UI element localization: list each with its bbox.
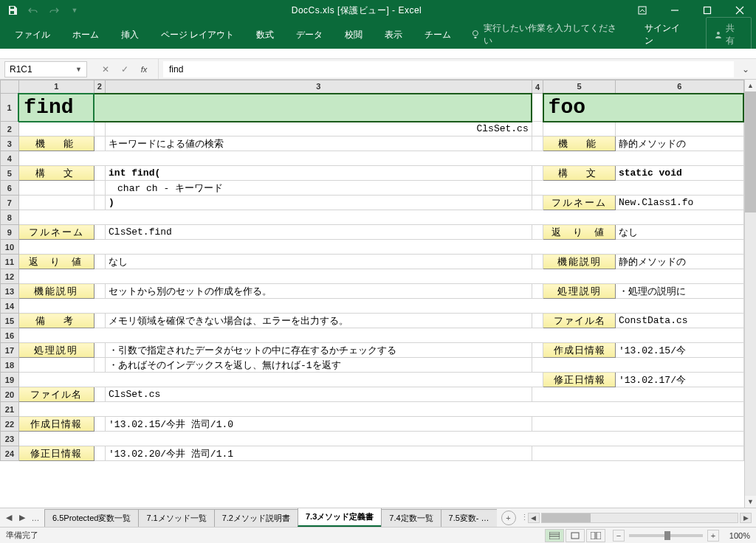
scroll-down-button[interactable]: ▼ <box>745 496 756 508</box>
label-koubun[interactable]: 構 文 <box>18 166 94 181</box>
cell[interactable] <box>532 136 543 151</box>
tab-view[interactable]: 表示 <box>374 23 413 47</box>
cell[interactable] <box>94 225 105 240</box>
col-header[interactable]: 6 <box>615 80 743 94</box>
tab-page-layout[interactable]: ページ レイアウト <box>151 23 244 47</box>
share-button[interactable]: 共有 <box>706 17 752 52</box>
row-header[interactable]: 6 <box>1 181 19 196</box>
redo-icon[interactable] <box>46 2 62 18</box>
row-header[interactable]: 5 <box>1 166 19 181</box>
zoom-in-button[interactable]: + <box>707 530 719 542</box>
row-header[interactable]: 24 <box>1 446 19 461</box>
scroll-left-button[interactable]: ◀ <box>528 513 540 523</box>
col-header[interactable]: 1 <box>18 80 94 94</box>
tab-insert[interactable]: 挿入 <box>111 23 149 47</box>
tab-data[interactable]: データ <box>286 23 333 47</box>
sheet-nav-last-icon[interactable]: ▶ <box>16 511 28 525</box>
row-header[interactable]: 8 <box>1 210 19 225</box>
row-header[interactable]: 18 <box>1 358 19 373</box>
cell[interactable]: ConstData.cs <box>615 314 743 328</box>
row-header[interactable]: 7 <box>1 196 19 210</box>
cell[interactable]: ・処理の説明に <box>615 284 743 299</box>
enter-formula-icon[interactable]: ✓ <box>117 61 133 77</box>
tab-review[interactable]: 校閲 <box>334 23 373 47</box>
cell[interactable]: メモリ領域を確保できない場合は、エラーを出力する。 <box>106 314 532 328</box>
col-header[interactable]: 3 <box>106 80 532 94</box>
cell[interactable]: ・あればそのインデックスを返し、無ければ-1を返す <box>106 358 532 373</box>
cell[interactable] <box>18 328 743 343</box>
row-header[interactable]: 17 <box>1 343 19 358</box>
label-filename-r[interactable]: ファイル名 <box>543 314 616 328</box>
cell[interactable] <box>18 373 543 387</box>
fx-icon[interactable]: fx <box>136 61 152 77</box>
cell[interactable] <box>532 166 543 181</box>
row-header[interactable]: 20 <box>1 387 19 402</box>
cell[interactable] <box>18 269 743 284</box>
formula-input[interactable] <box>163 61 734 77</box>
cell[interactable]: int find( <box>106 166 532 181</box>
cell[interactable] <box>94 446 105 461</box>
label-fullname-r[interactable]: フルネーム <box>543 196 616 210</box>
col-header[interactable]: 4 <box>532 80 543 94</box>
cell[interactable] <box>18 151 743 166</box>
row-header[interactable]: 16 <box>1 328 19 343</box>
label-koubun-r[interactable]: 構 文 <box>543 166 616 181</box>
cell[interactable]: '13.02.17/今 <box>615 373 743 387</box>
cell[interactable]: New.Class1.fo <box>615 196 743 210</box>
vertical-scrollbar[interactable] <box>745 91 756 496</box>
label-procdesc-r[interactable]: 処理説明 <box>543 284 616 299</box>
cell[interactable] <box>532 122 543 136</box>
label-return-r[interactable]: 返 り 値 <box>543 225 616 240</box>
cell[interactable] <box>532 446 743 461</box>
cell[interactable] <box>18 181 94 196</box>
cell-title-left[interactable]: find <box>18 94 94 122</box>
name-box[interactable]: R1C1 ▼ <box>4 61 87 77</box>
row-header[interactable]: 23 <box>1 432 19 446</box>
zoom-level[interactable]: 100% <box>729 531 750 540</box>
sheet-tab[interactable]: 6.5Protected変数一覧 <box>44 509 139 527</box>
tab-team[interactable]: チーム <box>414 23 461 47</box>
cell[interactable] <box>532 314 543 328</box>
row-header[interactable]: 21 <box>1 402 19 417</box>
sheet-nav-first-icon[interactable]: ◀ <box>3 511 15 525</box>
cell[interactable] <box>18 122 94 136</box>
row-header[interactable]: 1 <box>1 94 19 122</box>
cell[interactable] <box>18 358 94 373</box>
cell[interactable] <box>94 122 105 136</box>
select-all-corner[interactable] <box>1 80 19 94</box>
cell[interactable]: ・引数で指定されたデータがセットの中に存在するかチェックする <box>106 343 532 358</box>
sheet-tab[interactable]: 7.1メソッド一覧 <box>138 509 214 527</box>
sheet-tab-active[interactable]: 7.3メソッド定義書 <box>298 508 382 527</box>
col-header[interactable]: 2 <box>94 80 105 94</box>
cell[interactable] <box>532 255 543 269</box>
row-header[interactable]: 11 <box>1 255 19 269</box>
horizontal-scrollbar[interactable] <box>541 513 738 523</box>
cell[interactable] <box>18 240 743 255</box>
cell[interactable] <box>615 122 743 136</box>
col-header[interactable]: 5 <box>543 80 616 94</box>
row-header[interactable]: 9 <box>1 225 19 240</box>
tab-file[interactable]: ファイル <box>4 23 61 47</box>
cell[interactable]: '13.02.15/今 <box>615 343 743 358</box>
cell[interactable]: ClsSet.cs <box>106 387 532 402</box>
sheet-nav-more-icon[interactable]: … <box>30 511 41 525</box>
label-created[interactable]: 作成日情報 <box>18 417 94 432</box>
cell[interactable] <box>18 299 743 314</box>
row-header[interactable]: 19 <box>1 373 19 387</box>
scroll-up-button[interactable]: ▲ <box>745 80 756 91</box>
cell[interactable] <box>543 122 616 136</box>
cell[interactable] <box>94 358 105 373</box>
label-modified[interactable]: 修正日情報 <box>18 446 94 461</box>
cell[interactable] <box>532 387 743 402</box>
row-header[interactable]: 15 <box>1 314 19 328</box>
cell[interactable] <box>94 94 532 122</box>
label-created-r[interactable]: 作成日情報 <box>543 343 616 358</box>
cell[interactable] <box>18 402 743 417</box>
save-icon[interactable] <box>4 2 21 18</box>
cell[interactable] <box>532 358 743 373</box>
cell[interactable] <box>532 343 543 358</box>
row-header[interactable]: 4 <box>1 151 19 166</box>
sheet-tab[interactable]: 7.4定数一覧 <box>381 509 441 527</box>
cell[interactable] <box>94 166 105 181</box>
cell[interactable]: なし <box>615 225 743 240</box>
